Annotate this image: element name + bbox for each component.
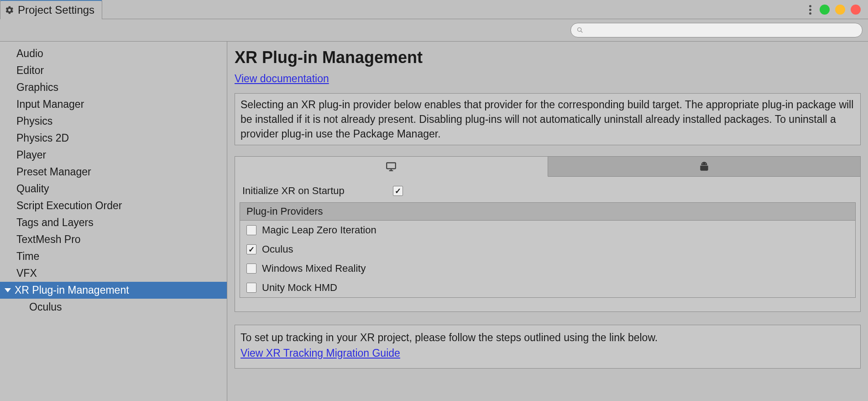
svg-point-0 xyxy=(578,28,581,32)
titlebar: Project Settings xyxy=(0,0,868,19)
minimize-button[interactable] xyxy=(835,5,845,15)
tracking-box: To set up tracking in your XR project, p… xyxy=(235,325,861,369)
sidebar-item-graphics[interactable]: Graphics xyxy=(0,79,227,96)
window-tab-label: Project Settings xyxy=(18,4,94,16)
init-xr-label: Initialize XR on Startup xyxy=(242,185,379,197)
provider-row-mockhmd: Unity Mock HMD xyxy=(240,278,855,297)
toolbar xyxy=(0,19,868,42)
init-xr-checkbox[interactable] xyxy=(393,186,403,196)
provider-label: Magic Leap Zero Iteration xyxy=(262,224,376,236)
page-title: XR Plug-in Management xyxy=(235,48,861,67)
sidebar-item-script-execution[interactable]: Script Execution Order xyxy=(0,197,227,214)
provider-row-wmr: Windows Mixed Reality xyxy=(240,259,855,278)
sidebar-item-physics[interactable]: Physics xyxy=(0,113,227,130)
sidebar-item-time[interactable]: Time xyxy=(0,248,227,265)
provider-row-oculus: Oculus xyxy=(240,240,855,259)
close-button[interactable] xyxy=(851,5,861,15)
provider-label: Unity Mock HMD xyxy=(262,282,337,294)
provider-checkbox-oculus[interactable] xyxy=(246,244,256,254)
sidebar-item-tags-layers[interactable]: Tags and Layers xyxy=(0,214,227,231)
platform-section: Initialize XR on Startup Plug-in Provide… xyxy=(235,156,861,312)
svg-point-6 xyxy=(705,163,706,164)
android-icon xyxy=(698,161,710,173)
init-xr-row: Initialize XR on Startup xyxy=(240,183,856,202)
svg-rect-2 xyxy=(387,163,396,169)
sidebar: Audio Editor Graphics Input Manager Phys… xyxy=(0,42,227,401)
tab-android[interactable] xyxy=(548,157,861,177)
view-documentation-link[interactable]: View documentation xyxy=(235,73,329,86)
search-input[interactable] xyxy=(587,26,857,35)
tracking-text: To set up tracking in your XR project, p… xyxy=(241,330,855,345)
sidebar-item-vfx[interactable]: VFX xyxy=(0,265,227,282)
provider-label: Oculus xyxy=(262,243,293,255)
kebab-menu-icon[interactable] xyxy=(809,5,811,15)
sidebar-item-input-manager[interactable]: Input Manager xyxy=(0,96,227,113)
search-box[interactable] xyxy=(570,23,863,37)
expand-arrow-icon xyxy=(5,288,11,292)
providers-box: Plug-in Providers Magic Leap Zero Iterat… xyxy=(240,202,856,298)
search-icon xyxy=(576,26,584,34)
platform-tabs xyxy=(235,157,860,177)
sidebar-item-textmesh[interactable]: TextMesh Pro xyxy=(0,231,227,248)
sidebar-item-label: XR Plug-in Management xyxy=(15,283,129,298)
sidebar-item-audio[interactable]: Audio xyxy=(0,45,227,62)
svg-line-1 xyxy=(581,31,583,33)
provider-row-magicleap: Magic Leap Zero Iteration xyxy=(240,221,855,240)
sidebar-item-preset-manager[interactable]: Preset Manager xyxy=(0,164,227,180)
svg-point-5 xyxy=(702,163,703,164)
providers-header: Plug-in Providers xyxy=(240,203,855,221)
sidebar-item-quality[interactable]: Quality xyxy=(0,180,227,197)
gear-icon xyxy=(5,5,14,15)
monitor-icon xyxy=(385,161,397,173)
tab-desktop[interactable] xyxy=(235,157,548,177)
main-panel: XR Plug-in Management View documentation… xyxy=(227,42,868,401)
sidebar-item-physics2d[interactable]: Physics 2D xyxy=(0,130,227,147)
window-controls xyxy=(809,5,861,15)
sidebar-item-editor[interactable]: Editor xyxy=(0,62,227,79)
maximize-button[interactable] xyxy=(820,5,830,15)
provider-checkbox-magicleap[interactable] xyxy=(246,225,256,235)
window-tab[interactable]: Project Settings xyxy=(0,0,102,19)
info-box: Selecting an XR plug-in provider below e… xyxy=(235,93,861,145)
provider-checkbox-mockhmd[interactable] xyxy=(246,283,256,293)
provider-checkbox-wmr[interactable] xyxy=(246,264,256,274)
provider-label: Windows Mixed Reality xyxy=(262,263,366,274)
sidebar-item-oculus[interactable]: Oculus xyxy=(0,299,227,316)
tracking-migration-link[interactable]: View XR Tracking Migration Guide xyxy=(241,345,400,362)
sidebar-item-xr-plugin[interactable]: XR Plug-in Management xyxy=(0,282,227,299)
sidebar-item-player[interactable]: Player xyxy=(0,147,227,164)
